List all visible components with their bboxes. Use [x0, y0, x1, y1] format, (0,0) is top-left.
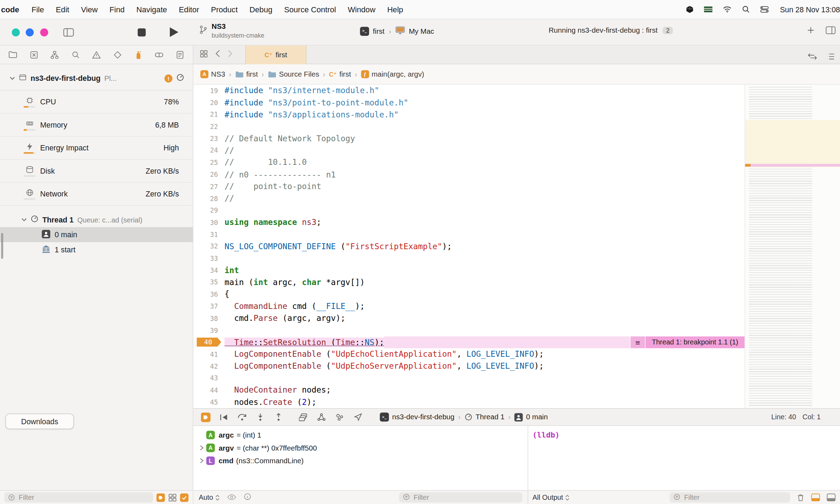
- code-line[interactable]: 32NS_LOG_COMPONENT_DEFINE ("FirstScriptE…: [193, 240, 744, 252]
- line-number-gutter[interactable]: 39: [193, 324, 224, 336]
- code-line[interactable]: 44 NodeContainer nodes;: [193, 384, 744, 396]
- console-filter-input[interactable]: [683, 493, 786, 502]
- disclosure-chevron-icon[interactable]: [196, 445, 206, 451]
- line-number-gutter[interactable]: 42: [193, 360, 224, 372]
- line-number-gutter[interactable]: 37: [193, 300, 224, 312]
- code-line[interactable]: 42 LogComponentEnable ("UdpEchoServerApp…: [193, 360, 744, 372]
- disclosure-chevron-icon[interactable]: [21, 215, 27, 224]
- debug-crumb[interactable]: 0 main: [514, 413, 548, 421]
- menu-item[interactable]: Debug: [244, 5, 278, 13]
- gauge-row-energy[interactable]: Energy Impact High: [0, 137, 193, 160]
- code-line[interactable]: 21#include "ns3/applications-module.h": [193, 109, 744, 121]
- code-line[interactable]: 24//: [193, 144, 744, 156]
- forward-chevron-icon[interactable]: [228, 50, 233, 59]
- line-number-gutter[interactable]: 33: [193, 252, 224, 264]
- code-line[interactable]: 36{: [193, 288, 744, 300]
- line-number-gutter[interactable]: 41: [193, 348, 224, 360]
- line-number-gutter[interactable]: 36: [193, 288, 224, 300]
- code-line[interactable]: 40 Time::SetResolution (Time::NS);≡Threa…: [193, 336, 744, 348]
- project-navigator-icon[interactable]: [7, 49, 18, 60]
- menu-item[interactable]: Window: [342, 5, 381, 13]
- debug-crumb[interactable]: >_ns3-dev-first-debug: [380, 413, 454, 422]
- scheme-name[interactable]: first: [373, 27, 385, 35]
- menu-item[interactable]: Help: [381, 5, 409, 13]
- related-items-icon[interactable]: [200, 50, 208, 60]
- traffic-light-close[interactable]: [12, 28, 20, 37]
- activity-viewer[interactable]: Running ns3-dev-first-debug : first 2: [514, 26, 707, 34]
- wifi-icon[interactable]: [723, 6, 732, 13]
- code-line[interactable]: 30using namespace ns3;: [193, 217, 744, 228]
- gauge-row-disk[interactable]: Disk Zero KB/s: [0, 160, 193, 183]
- menu-bar-clock[interactable]: Sun 28 Nov 13:08: [780, 5, 840, 13]
- code-line[interactable]: 38 cmd.Parse (argc, argv);: [193, 312, 744, 324]
- debug-navigator-icon[interactable]: [133, 49, 143, 60]
- issues-count-badge[interactable]: 2: [663, 26, 673, 34]
- code-line[interactable]: 22: [193, 121, 744, 133]
- line-number-gutter[interactable]: 34: [193, 264, 224, 276]
- info-icon[interactable]: [244, 493, 251, 502]
- tab-first[interactable]: C⁺ first: [245, 46, 306, 64]
- step-over-icon[interactable]: [233, 409, 251, 425]
- minimap-list-icon[interactable]: [827, 52, 835, 62]
- memory-graph-icon[interactable]: [312, 409, 331, 425]
- code-line[interactable]: 33: [193, 252, 744, 264]
- jump-bar-item[interactable]: fmain(argc, argv): [361, 70, 424, 78]
- toggle-debug-area-icon[interactable]: [827, 493, 836, 502]
- sidebar-scrollbar[interactable]: [1, 233, 3, 259]
- line-number-gutter[interactable]: 25: [193, 156, 224, 168]
- variables-scope-popup[interactable]: Auto: [199, 493, 219, 502]
- code-line[interactable]: 25// 10.1.1.0: [193, 156, 744, 168]
- editor-layout-icon[interactable]: [826, 26, 836, 37]
- line-number-gutter[interactable]: 23: [193, 133, 224, 144]
- line-number-gutter[interactable]: 19: [193, 85, 224, 97]
- gauge-row-cpu[interactable]: CPU 78%: [0, 91, 193, 114]
- menu-item[interactable]: Find: [104, 5, 131, 13]
- breakpoint-annotation[interactable]: Thread 1: breakpoint 1.1 (1): [645, 336, 744, 348]
- code-line[interactable]: 26// n0 -------------- n1: [193, 168, 744, 180]
- disclosure-chevron-icon[interactable]: [9, 73, 15, 83]
- toggle-console-icon[interactable]: [811, 493, 820, 502]
- variables-filter-input[interactable]: [413, 493, 519, 502]
- breakpoint-badge[interactable]: 40: [196, 337, 221, 347]
- control-center-icon[interactable]: [760, 6, 769, 13]
- thread-row[interactable]: Thread 1 Queue: c...ad (serial): [0, 212, 193, 227]
- line-number-gutter[interactable]: 44: [193, 384, 224, 396]
- console-filter-field[interactable]: [670, 492, 790, 503]
- line-number-gutter[interactable]: 24: [193, 144, 224, 156]
- menu-item[interactable]: File: [26, 5, 50, 13]
- filter-threads-view-icon[interactable]: [168, 493, 177, 502]
- line-number-gutter[interactable]: 40: [193, 336, 224, 348]
- line-number-gutter[interactable]: 28: [193, 193, 224, 205]
- step-into-icon[interactable]: [251, 409, 270, 425]
- run-destination-name[interactable]: My Mac: [409, 27, 434, 35]
- scheme-destination-selector[interactable]: >_ first › My Mac: [360, 26, 434, 36]
- editor-options-icon[interactable]: [808, 52, 817, 62]
- line-number-gutter[interactable]: 38: [193, 312, 224, 324]
- line-number-gutter[interactable]: 22: [193, 121, 224, 133]
- variables-filter-field[interactable]: [399, 492, 523, 503]
- code-line[interactable]: 43: [193, 372, 744, 384]
- line-number-gutter[interactable]: 26: [193, 168, 224, 180]
- back-chevron-icon[interactable]: [215, 50, 220, 59]
- menu-item[interactable]: Product: [205, 5, 244, 13]
- menu-item[interactable]: Editor: [173, 5, 205, 13]
- traffic-light-minimize[interactable]: [26, 28, 34, 37]
- gauge-row-memory[interactable]: Memory 6,8 MB: [0, 114, 193, 137]
- jump-bar-item[interactable]: Source Files: [268, 70, 319, 78]
- simulate-location-icon[interactable]: [349, 409, 367, 425]
- line-number-gutter[interactable]: 35: [193, 276, 224, 288]
- menu-item[interactable]: Navigate: [130, 5, 173, 13]
- variable-row[interactable]: A argc = (int) 1: [193, 428, 528, 441]
- view-ui-hierarchy-icon[interactable]: [294, 409, 312, 425]
- run-button[interactable]: [170, 27, 178, 37]
- filter-running-toggle-icon[interactable]: [180, 493, 188, 502]
- test-navigator-icon[interactable]: [112, 49, 123, 60]
- line-number-gutter[interactable]: 20: [193, 97, 224, 109]
- code-line[interactable]: 29: [193, 205, 744, 217]
- jump-bar-item[interactable]: first: [235, 70, 258, 78]
- minimap-viewport[interactable]: [745, 120, 840, 167]
- report-navigator-icon[interactable]: [175, 49, 185, 60]
- spotlight-search-icon[interactable]: [742, 5, 750, 13]
- code-line[interactable]: 41 LogComponentEnable ("UdpEchoClientApp…: [193, 348, 744, 360]
- gauge-row-network[interactable]: Network Zero KB/s: [0, 183, 193, 206]
